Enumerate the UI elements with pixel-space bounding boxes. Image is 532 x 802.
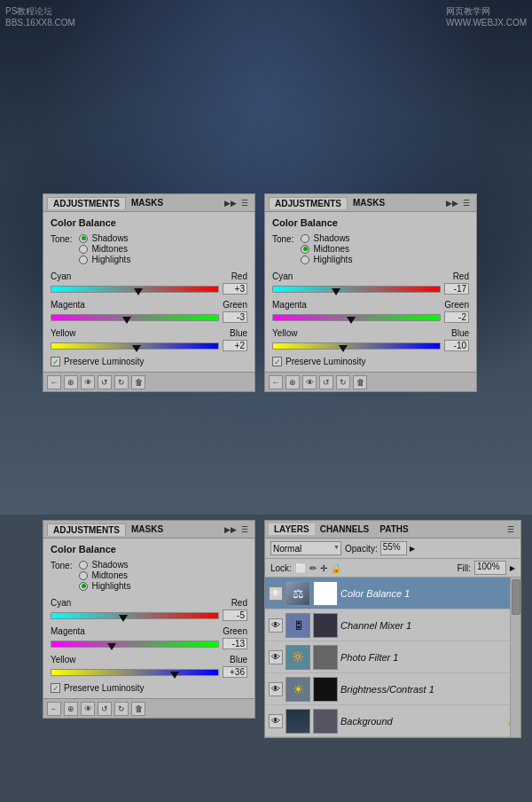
slider-track-yb-1[interactable] — [51, 342, 219, 350]
tab-masks-2[interactable]: MASKS — [348, 197, 390, 208]
tone-midtones-3[interactable]: Midtones — [79, 570, 130, 580]
fill-arrow[interactable]: ▶ — [510, 564, 515, 572]
lock-icon-move[interactable]: ✛ — [320, 563, 327, 573]
slider-track-mg-3[interactable] — [51, 641, 219, 648]
radio-highlights-3[interactable] — [79, 582, 88, 591]
panel-menu-icon-3[interactable]: ☰ — [239, 523, 251, 536]
lock-icon-transparent[interactable]: ⬜ — [295, 563, 306, 573]
tab-masks-3[interactable]: MASKS — [126, 523, 168, 535]
tone-midtones-1[interactable]: Midtones — [79, 244, 130, 254]
tab-channels[interactable]: CHANNELS — [315, 523, 375, 535]
opacity-arrow[interactable]: ▶ — [410, 545, 415, 553]
slider-track-yb-3[interactable] — [51, 669, 219, 676]
panel-forward-icon-3[interactable]: ▶▶ — [224, 523, 237, 536]
slider-track-mg-2[interactable] — [272, 314, 441, 321]
preserve-checkbox-2[interactable] — [272, 357, 282, 366]
radio-midtones-1[interactable] — [79, 245, 88, 254]
slider-track-yb-2[interactable] — [272, 342, 441, 350]
tab-adjustments-2[interactable]: ADJUSTMENTS — [269, 197, 348, 209]
slider-value-cr-3[interactable]: -5 — [223, 609, 247, 621]
btn-link-3[interactable]: ↺ — [98, 702, 112, 716]
opacity-value[interactable]: 55% — [380, 541, 407, 555]
slider-value-mg-3[interactable]: -13 — [223, 638, 247, 649]
slider-thumb-mg-3[interactable] — [107, 643, 116, 650]
btn-add-3[interactable]: ⊕ — [64, 702, 78, 716]
btn-add-2[interactable]: ⊕ — [286, 375, 300, 389]
radio-midtones-2[interactable] — [301, 245, 309, 254]
tone-shadows-2[interactable]: Shadows — [301, 233, 352, 243]
btn-add-1[interactable]: ⊕ — [64, 375, 78, 389]
slider-track-cr-2[interactable] — [272, 286, 441, 293]
layer-visibility-cm1[interactable]: 👁 — [269, 618, 283, 633]
tab-masks-1[interactable]: MASKS — [126, 197, 168, 208]
btn-link-1[interactable]: ↺ — [98, 375, 112, 389]
layer-row-photo-filter[interactable]: 👁 Photo Filter 1 — [265, 641, 520, 673]
radio-shadows-1[interactable] — [79, 234, 88, 243]
btn-trash-3[interactable]: 🗑 — [131, 702, 145, 716]
btn-refresh-3[interactable]: ↻ — [114, 702, 129, 716]
slider-thumb-yb-1[interactable] — [132, 345, 141, 352]
btn-back-1[interactable]: ← — [47, 375, 61, 389]
layer-row-brightness-contrast[interactable]: 👁 Brightness/Contrast 1 — [265, 673, 520, 705]
btn-eye-3[interactable]: 👁 — [81, 702, 95, 716]
radio-shadows-3[interactable] — [79, 561, 88, 570]
btn-eye-2[interactable]: 👁 — [302, 375, 317, 389]
slider-thumb-yb-2[interactable] — [339, 345, 348, 352]
slider-value-cr-1[interactable]: +3 — [223, 283, 247, 295]
scrollbar-thumb[interactable] — [512, 579, 520, 615]
tone-shadows-3[interactable]: Shadows — [79, 560, 130, 570]
slider-value-yb-3[interactable]: +36 — [223, 666, 247, 678]
panel-menu-icon-2[interactable]: ☰ — [460, 197, 473, 209]
slider-value-yb-2[interactable]: -10 — [444, 340, 469, 351]
tab-adjustments-3[interactable]: ADJUSTMENTS — [47, 523, 126, 536]
slider-value-mg-1[interactable]: -3 — [223, 311, 247, 323]
slider-thumb-cr-1[interactable] — [134, 288, 143, 295]
btn-trash-2[interactable]: 🗑 — [353, 375, 367, 389]
tone-highlights-2[interactable]: Highlights — [301, 255, 352, 264]
tone-highlights-3[interactable]: Highlights — [79, 581, 130, 591]
slider-value-cr-2[interactable]: -17 — [444, 283, 469, 295]
tone-midtones-2[interactable]: Midtones — [301, 244, 352, 254]
panel-forward-icon-2[interactable]: ▶▶ — [446, 197, 458, 209]
preserve-checkbox-3[interactable] — [51, 683, 60, 693]
btn-refresh-1[interactable]: ↻ — [114, 375, 129, 389]
blend-mode-wrap[interactable]: Normal Multiply Screen — [270, 541, 341, 555]
slider-thumb-cr-3[interactable] — [119, 615, 128, 622]
layer-visibility-bc1[interactable]: 👁 — [269, 682, 283, 696]
slider-value-yb-1[interactable]: +2 — [223, 340, 247, 351]
panel-menu-icon-1[interactable]: ☰ — [239, 197, 251, 209]
slider-thumb-mg-2[interactable] — [347, 317, 356, 324]
slider-track-cr-3[interactable] — [51, 612, 219, 619]
btn-trash-1[interactable]: 🗑 — [131, 375, 145, 389]
tone-shadows-1[interactable]: Shadows — [79, 233, 130, 243]
radio-highlights-2[interactable] — [301, 256, 309, 264]
radio-shadows-2[interactable] — [301, 234, 309, 243]
lock-icon-paint[interactable]: ✏ — [309, 563, 317, 573]
slider-thumb-cr-2[interactable] — [332, 288, 340, 295]
tab-paths[interactable]: PATHS — [374, 523, 413, 535]
layer-visibility-cb1[interactable]: 👁 — [269, 586, 283, 601]
panel-forward-icon-1[interactable]: ▶▶ — [224, 197, 237, 209]
radio-highlights-1[interactable] — [79, 256, 88, 264]
btn-refresh-2[interactable]: ↻ — [336, 375, 350, 389]
fill-value[interactable]: 100% — [474, 561, 506, 575]
btn-back-2[interactable]: ← — [269, 375, 283, 389]
slider-value-mg-2[interactable]: -2 — [444, 311, 469, 323]
slider-thumb-mg-1[interactable] — [122, 317, 131, 324]
layer-visibility-pf1[interactable]: 👁 — [269, 650, 283, 664]
slider-thumb-yb-3[interactable] — [170, 672, 179, 679]
slider-track-cr-1[interactable] — [51, 286, 219, 293]
layers-scrollbar[interactable] — [510, 578, 520, 737]
layers-panel-menu-icon[interactable]: ☰ — [505, 523, 517, 536]
layer-row-background[interactable]: 👁 Background 🔒 — [265, 705, 520, 737]
radio-midtones-3[interactable] — [79, 571, 88, 580]
slider-track-mg-1[interactable] — [51, 314, 219, 321]
btn-back-3[interactable]: ← — [47, 702, 61, 716]
btn-link-2[interactable]: ↺ — [319, 375, 333, 389]
tab-layers[interactable]: LAYERS — [269, 523, 315, 535]
preserve-checkbox-1[interactable] — [51, 357, 60, 366]
blend-mode-select[interactable]: Normal Multiply Screen — [270, 541, 341, 555]
layer-visibility-bg[interactable]: 👁 — [269, 714, 283, 728]
btn-eye-1[interactable]: 👁 — [81, 375, 95, 389]
layer-row-channel-mixer[interactable]: 👁 Channel Mixer 1 — [265, 609, 520, 641]
